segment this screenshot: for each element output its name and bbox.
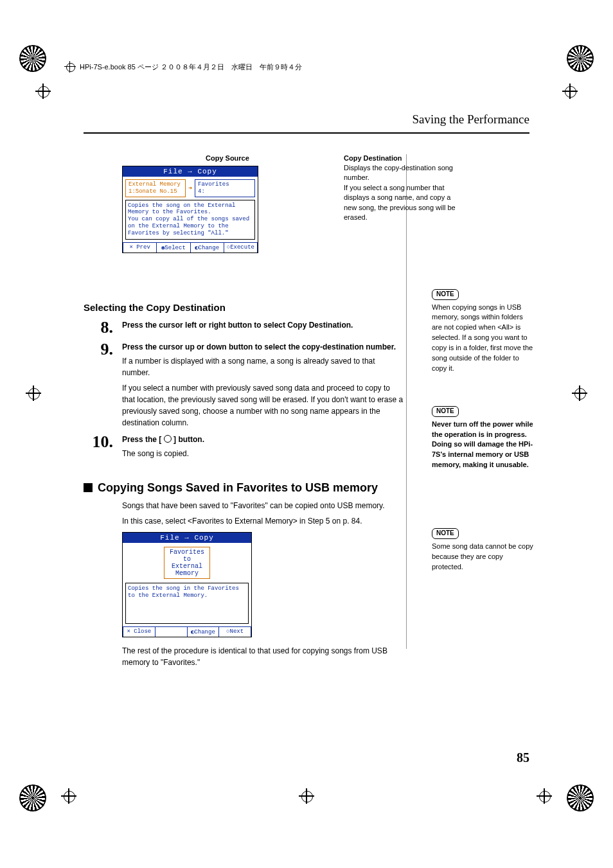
foot-prev: × Prev bbox=[123, 242, 157, 252]
copy-source-cell: External Memory 1:Sonate No.15 bbox=[125, 179, 186, 197]
page-title: Saving the Performance bbox=[412, 112, 529, 127]
foot-execute: ○Execute bbox=[224, 242, 258, 252]
step-10-body: The song is copied. bbox=[122, 448, 405, 459]
dialog-title: File → Copy bbox=[123, 166, 258, 177]
note-tag: NOTE bbox=[432, 406, 459, 417]
foot2-blank bbox=[155, 626, 188, 637]
section-heading: Selecting the Copy Destination bbox=[84, 302, 405, 313]
step-10: 10. Press the [ ] button. The song is co… bbox=[84, 434, 405, 459]
square-bullet-icon bbox=[84, 483, 93, 492]
caption-copy-source: Copy Source bbox=[206, 154, 249, 162]
foot-select: ◉Select bbox=[157, 242, 190, 252]
page-number: 85 bbox=[517, 750, 529, 765]
step-10-lead: Press the [ ] button. bbox=[122, 434, 405, 445]
dst-line2: 4: bbox=[198, 188, 252, 195]
foot2-change: ◐Change bbox=[188, 626, 220, 637]
src-line1: External Memory bbox=[129, 181, 182, 188]
foot2-next: ○Next bbox=[219, 626, 251, 637]
dialog-footer: × Prev ◉Select ◐Change ○Execute bbox=[123, 242, 258, 252]
screenshot-copy-dialog: File → Copy External Memory 1:Sonate No.… bbox=[122, 166, 258, 253]
arrow-icon: ➜ bbox=[188, 184, 192, 192]
note-tag: NOTE bbox=[432, 528, 459, 539]
dialog2-title: File → Copy bbox=[123, 533, 251, 543]
screenshot-fav-to-ext: File → Copy Favorites to External Memory… bbox=[122, 532, 252, 637]
header-text: HPi-7S-e.book 85 ページ ２００８年４月２日 水曜日 午前９時４… bbox=[80, 62, 302, 72]
step-9-body1: If a number is displayed with a song nam… bbox=[122, 355, 405, 378]
dialog2-message: Copies the song in the Favorites to the … bbox=[125, 583, 249, 624]
circle-button-icon bbox=[164, 435, 172, 443]
src-line2: 1:Sonate No.15 bbox=[129, 188, 182, 195]
step-9-lead: Press the cursor up or down button to se… bbox=[122, 341, 405, 353]
cross-mark bbox=[61, 788, 76, 804]
cross-mark bbox=[35, 84, 51, 99]
cross-mark bbox=[572, 385, 587, 401]
note-1: When copying songs in USB memory, songs … bbox=[432, 303, 535, 375]
cross-mark bbox=[537, 788, 552, 804]
cross-mark bbox=[26, 385, 41, 401]
step-num-8: 8. bbox=[84, 319, 113, 336]
foot-change: ◐Change bbox=[191, 242, 224, 252]
cross-mark bbox=[562, 84, 578, 99]
reg-mark-tl bbox=[19, 45, 46, 72]
step-9: 9. Press the cursor up or down button to… bbox=[84, 341, 405, 429]
step-num-10: 10. bbox=[84, 434, 113, 450]
note-2: Never turn off the power while the opera… bbox=[432, 420, 535, 471]
sub-p1: Songs that have been saved to "Favorites… bbox=[122, 500, 405, 511]
step-8-lead: Press the cursor left or right button to… bbox=[122, 319, 405, 331]
dst-line1: Favorites bbox=[198, 181, 252, 188]
side-rule bbox=[406, 154, 407, 649]
copy-dest-cell: Favorites 4: bbox=[195, 179, 255, 197]
cross-mark bbox=[299, 788, 314, 804]
title-rule bbox=[84, 132, 529, 134]
note-tag: NOTE bbox=[432, 289, 459, 300]
reg-mark-bl bbox=[19, 784, 46, 811]
step-num-9: 9. bbox=[84, 341, 113, 358]
dialog-message: Copies the song on the External Memory t… bbox=[125, 200, 255, 240]
sub-p3: The rest of the procedure is identical t… bbox=[122, 645, 405, 668]
note-3: Some song data cannot be copy because th… bbox=[432, 542, 535, 572]
book-header: HPi-7S-e.book 85 ページ ２００８年４月２日 水曜日 午前９時４… bbox=[64, 61, 302, 73]
sub-p2: In this case, select <Favorites to Exter… bbox=[122, 515, 405, 527]
step-9-body2: If you select a number with previously s… bbox=[122, 382, 405, 429]
subsection-h-text: Copying Songs Saved in Favorites to USB … bbox=[98, 481, 378, 494]
step-10-lead-b: ] button. bbox=[173, 435, 204, 444]
foot2-close: × Close bbox=[123, 626, 155, 637]
reg-mark-br bbox=[567, 784, 594, 811]
reg-mark-tr bbox=[567, 45, 594, 72]
dialog2-box: Favorites to External Memory bbox=[164, 547, 210, 579]
step-10-lead-a: Press the [ bbox=[122, 435, 161, 444]
dialog2-footer: × Close ◐Change ○Next bbox=[123, 626, 251, 637]
subsection-heading: Copying Songs Saved in Favorites to USB … bbox=[84, 481, 405, 495]
step-8: 8. Press the cursor left or right button… bbox=[84, 319, 405, 336]
